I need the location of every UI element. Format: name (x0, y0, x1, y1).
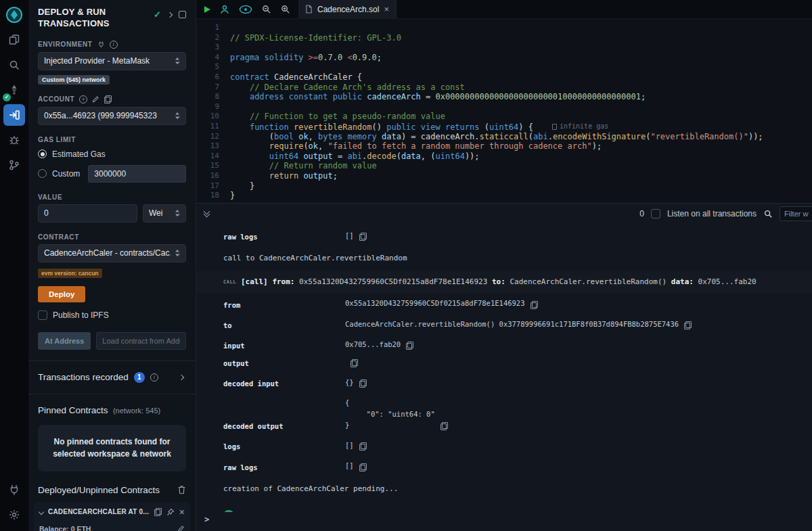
listen-all-checkbox[interactable] (651, 209, 660, 218)
estimated-gas-option[interactable]: Estimated Gas (38, 149, 186, 159)
terminal-value: 0x55a1320D432759960C5Df0215a8dF78e1E1469… (345, 298, 538, 308)
network-badge: Custom (545) network (38, 75, 110, 85)
terminal-block-entry[interactable]: ✓[block:5033220 txIndex:-] from: 0x55a..… (196, 501, 812, 512)
copy-icon[interactable] (359, 463, 367, 471)
environment-info-icon[interactable]: i (110, 41, 118, 49)
terminal-call-entry[interactable]: call[call] from: 0x55a1320D432759960C5Df… (196, 271, 812, 293)
debugger-icon[interactable] (3, 129, 25, 151)
code-line: 9 (196, 102, 812, 112)
custom-gas-option[interactable]: Custom (38, 165, 186, 183)
terminal-kv-row: decoded input{} (196, 372, 812, 392)
file-explorer-icon[interactable] (3, 29, 25, 51)
remix-logo-icon[interactable] (3, 4, 25, 26)
code-line: 16 return output; (196, 171, 812, 181)
tab-bar: CadenceArch.sol × (196, 0, 812, 19)
copy-account-icon[interactable] (104, 95, 112, 103)
terminal-search-icon[interactable] (763, 209, 773, 218)
remove-contract-icon[interactable]: × (179, 507, 185, 517)
environment-label: ENVIRONMENT (38, 41, 93, 48)
transactions-recorded-label: Transactions recorded (38, 372, 129, 382)
plug-icon[interactable] (97, 41, 105, 48)
account-select[interactable]: 0x55a...46923 (999.999945323 (38, 107, 186, 125)
code-line: 10 // Function to get a pseudo-random va… (196, 112, 812, 122)
code-line: 14 uint64 output = abi.decode(data, (uin… (196, 152, 812, 162)
edit-balance-icon[interactable] (177, 525, 185, 531)
code-line: 15 // Return random value (196, 161, 812, 171)
zoom-out-icon[interactable] (261, 4, 271, 14)
close-tab-icon[interactable]: × (384, 4, 389, 14)
copy-icon[interactable] (441, 422, 448, 430)
search-icon[interactable] (3, 54, 25, 76)
transactions-info-icon[interactable]: i (150, 373, 158, 382)
copy-icon[interactable] (359, 442, 367, 451)
add-account-icon[interactable]: + (79, 95, 87, 103)
zoom-in-icon[interactable] (280, 4, 290, 14)
deployed-contracts-title: Deployed/Unpinned Contracts (38, 485, 160, 495)
code-editor[interactable]: 12// SPDX-License-Identifier: GPL-3.034p… (196, 19, 812, 203)
gas-estimate-icon (552, 124, 557, 130)
contract-value: CadenceArchCaler - contracts/Cac... (44, 248, 171, 258)
filter-input[interactable] (780, 206, 812, 221)
copy-icon[interactable] (351, 359, 358, 367)
plugin-manager-icon[interactable] (3, 479, 25, 501)
custom-gas-input[interactable] (88, 165, 186, 183)
main-area: CadenceArch.sol × 12// SPDX-License-Iden… (196, 0, 812, 531)
tab-cadencearch-sol[interactable]: CadenceArch.sol × (298, 0, 397, 18)
pin-panel-icon[interactable] (179, 11, 186, 18)
deploy-button[interactable]: Deploy (38, 286, 85, 302)
pinned-contracts-title: Pinned Contracts (38, 405, 108, 415)
value-input[interactable] (38, 204, 137, 223)
copy-icon[interactable] (406, 342, 413, 350)
activity-bar-top: ✓ (3, 4, 25, 176)
settings-icon[interactable] (3, 504, 25, 526)
trash-icon[interactable] (177, 485, 186, 494)
contract-balance: Balance: 0 ETH (39, 525, 91, 531)
chevron-right-icon[interactable] (167, 11, 173, 17)
terminal-key: to (223, 321, 345, 329)
edit-account-icon[interactable] (92, 95, 99, 103)
user-icon[interactable] (219, 4, 230, 15)
contract-select[interactable]: CadenceArchCaler - contracts/Cac... (38, 244, 186, 262)
expand-transactions-icon[interactable] (179, 375, 184, 380)
collapse-terminal-icon[interactable] (203, 210, 210, 218)
copy-icon[interactable] (359, 379, 367, 388)
code-line: 4pragma solidity >=0.7.0 <0.9.0; (196, 53, 812, 63)
line-number: 18 (196, 191, 230, 201)
deployed-contract-card: CADENCEARCHCALER AT 0... × Balance: 0 ET… (34, 502, 190, 531)
at-address-input[interactable] (96, 332, 186, 350)
terminal-value: 0x705...fab20 (345, 339, 413, 350)
terminal-text-line: call to CadenceArchCaler.revertibleRando… (196, 246, 812, 271)
solidity-compiler-icon[interactable]: ✓ (3, 79, 25, 101)
line-number: 8 (196, 92, 230, 102)
run-script-icon[interactable] (204, 6, 210, 13)
terminal-log: raw logs[]call to CadenceArchCaler.rever… (196, 224, 812, 512)
terminal-kv-row: from0x55a1320D432759960C5Df0215a8dF78e1E… (196, 293, 812, 313)
code-line: 3 (196, 43, 812, 53)
environment-select[interactable]: Injected Provider - MetaMask (38, 52, 186, 70)
collapse-contract-icon[interactable] (39, 509, 44, 515)
evm-version-badge: evm version: cancun (38, 269, 102, 278)
transactions-recorded-row[interactable]: Transactions recorded 1 i (38, 372, 186, 383)
value-unit: Wei (149, 208, 162, 218)
environment-value: Injected Provider - MetaMask (44, 56, 171, 66)
publish-ipfs-option[interactable]: Publish to IPFS (38, 310, 186, 320)
copy-icon[interactable] (684, 321, 692, 329)
panel-header: DEPLOY & RUN TRANSACTIONS ✓ (38, 7, 186, 30)
line-number: 10 (196, 112, 230, 122)
deploy-run-icon[interactable] (3, 104, 25, 126)
terminal-value: [] (345, 230, 367, 241)
copilot-toggle-icon[interactable] (239, 5, 252, 14)
value-label: VALUE (38, 193, 186, 201)
at-address-button[interactable]: At Address (38, 332, 91, 350)
line-number: 6 (196, 72, 230, 83)
terminal-prompt[interactable]: > (196, 512, 812, 531)
transactions-count-badge: 1 (134, 372, 145, 383)
copy-icon[interactable] (359, 233, 367, 241)
copy-icon[interactable] (531, 301, 538, 309)
git-icon[interactable] (3, 154, 25, 176)
publish-ipfs-checkbox[interactable] (38, 310, 47, 320)
value-unit-select[interactable]: Wei (143, 204, 186, 223)
pin-contract-icon[interactable] (166, 508, 175, 516)
line-number: 9 (196, 102, 230, 112)
copy-address-icon[interactable] (154, 508, 162, 516)
